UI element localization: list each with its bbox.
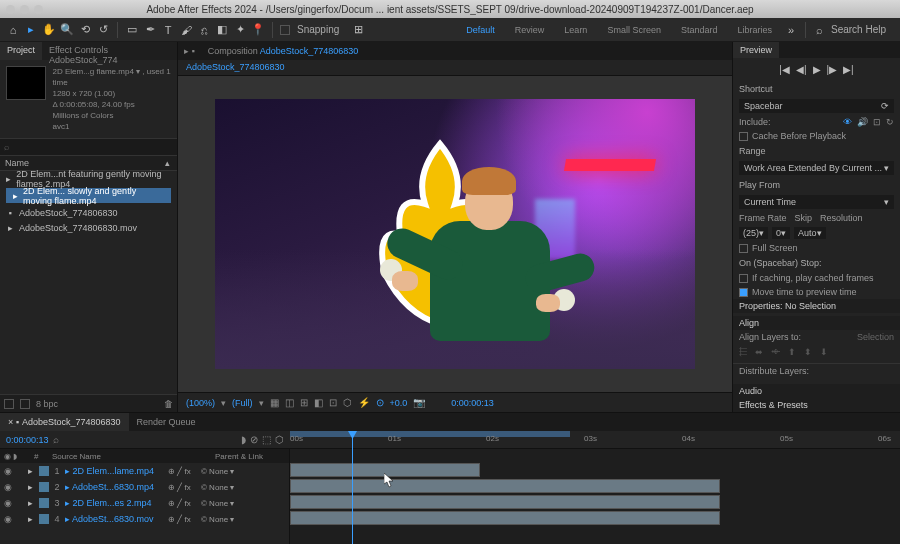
channel-icon[interactable]: ◧: [314, 397, 323, 408]
last-frame-icon[interactable]: ▶|: [843, 64, 854, 75]
workspace-learn[interactable]: Learn: [556, 23, 595, 37]
interpret2-icon[interactable]: [20, 399, 30, 409]
current-time-indicator[interactable]: [352, 431, 353, 544]
layer-row[interactable]: ◉▸4▸ AdobeSt...6830.mov⊕ ╱ fx© None ▾: [0, 511, 289, 527]
align-header[interactable]: Align: [733, 316, 900, 330]
layer-panel-icon[interactable]: ▸ ▪: [178, 44, 201, 58]
type-tool-icon[interactable]: T: [161, 23, 175, 37]
project-item[interactable]: ▸AdobeStock_774806830.mov: [0, 220, 177, 235]
clone-tool-icon[interactable]: ⎌: [197, 23, 211, 37]
workspace-review[interactable]: Review: [507, 23, 553, 37]
eraser-tool-icon[interactable]: ◧: [215, 23, 229, 37]
draft-icon[interactable]: ⚡: [358, 397, 370, 408]
project-search[interactable]: ⌕: [0, 138, 177, 156]
align-top-icon[interactable]: ⬆: [788, 347, 796, 357]
rotate-tool-icon[interactable]: ↺: [96, 23, 110, 37]
video-toggle-icon[interactable]: 👁: [843, 117, 852, 127]
brush-tool-icon[interactable]: 🖌: [179, 23, 193, 37]
close-dot[interactable]: [6, 5, 15, 14]
graph-icon[interactable]: ⬚: [262, 434, 271, 445]
mask-toggle-icon[interactable]: ◫: [285, 397, 294, 408]
timeline-tracks[interactable]: [290, 449, 900, 544]
playfrom-dropdown[interactable]: Current Time▾: [739, 195, 894, 209]
fullscreen-checkbox[interactable]: [739, 244, 748, 253]
align-hcenter-icon[interactable]: ⬌: [755, 347, 763, 357]
min-dot[interactable]: [20, 5, 29, 14]
3dlayer-icon[interactable]: ⬡: [275, 434, 284, 445]
workspace-default[interactable]: Default: [458, 23, 503, 37]
orbit-tool-icon[interactable]: ⟲: [78, 23, 92, 37]
timeline-timecode[interactable]: 0:00:00:13: [6, 435, 49, 445]
workspace-libraries[interactable]: Libraries: [729, 23, 780, 37]
composition-viewer[interactable]: [178, 76, 732, 392]
skip-dropdown[interactable]: 0 ▾: [772, 227, 790, 239]
layer-track-bar[interactable]: [290, 479, 720, 493]
cache-checkbox[interactable]: [739, 132, 748, 141]
shy-icon[interactable]: ◗: [241, 434, 246, 445]
snapshot-icon[interactable]: 📷: [413, 397, 425, 408]
zoom-tool-icon[interactable]: 🔍: [60, 23, 74, 37]
selection-tool-icon[interactable]: ▸: [24, 23, 38, 37]
layer-row[interactable]: ◉▸3▸ 2D Elem...es 2.mp4⊕ ╱ fx© None ▾: [0, 495, 289, 511]
guides-icon[interactable]: ⊞: [300, 397, 308, 408]
transparency-grid-icon[interactable]: ▦: [270, 397, 279, 408]
audio-header[interactable]: Audio: [733, 384, 900, 398]
shortcut-dropdown[interactable]: Spacebar⟳: [739, 99, 894, 113]
puppet-tool-icon[interactable]: 📍: [251, 23, 265, 37]
shape-tool-icon[interactable]: ▭: [125, 23, 139, 37]
opt1-checkbox[interactable]: [739, 274, 748, 283]
interpret-icon[interactable]: [4, 399, 14, 409]
flowchart-bar[interactable]: AdobeStock_774806830: [178, 60, 732, 76]
align-right-icon[interactable]: ⬲: [771, 347, 780, 357]
tab-project[interactable]: Project: [0, 42, 42, 60]
layer-row[interactable]: ◉▸1▸ 2D Elem...lame.mp4⊕ ╱ fx© None ▾: [0, 463, 289, 479]
properties-header[interactable]: Properties: No Selection: [733, 299, 900, 313]
workspace-standard[interactable]: Standard: [673, 23, 726, 37]
snapping-checkbox[interactable]: [280, 25, 290, 35]
3d-icon[interactable]: ⬡: [343, 397, 352, 408]
tab-effect-controls[interactable]: Effect Controls AdobeStock_774: [42, 42, 177, 60]
render-queue-tab[interactable]: Render Queue: [129, 413, 204, 431]
max-dot[interactable]: [34, 5, 43, 14]
bpc-toggle[interactable]: 8 bpc: [36, 399, 58, 409]
layer-track-bar[interactable]: [290, 511, 720, 525]
region-icon[interactable]: ⊡: [329, 397, 337, 408]
trash-icon[interactable]: 🗑: [164, 399, 173, 409]
workspace-small[interactable]: Small Screen: [599, 23, 669, 37]
pen-tool-icon[interactable]: ✒: [143, 23, 157, 37]
search-help[interactable]: Search Help: [831, 24, 886, 35]
search-layers-icon[interactable]: ⌕: [53, 434, 59, 445]
hand-tool-icon[interactable]: ✋: [42, 23, 56, 37]
effects-header[interactable]: Effects & Presets: [733, 398, 900, 412]
first-frame-icon[interactable]: |◀: [779, 64, 790, 75]
magnification-dropdown[interactable]: (100%): [186, 398, 215, 408]
next-frame-icon[interactable]: |▶: [827, 64, 838, 75]
workspace-menu-icon[interactable]: »: [784, 23, 798, 37]
play-icon[interactable]: ▶: [813, 64, 821, 75]
project-item[interactable]: ▸2D Elem... slowly and gently moving fla…: [6, 188, 171, 203]
search-icon[interactable]: ⌕: [813, 23, 827, 37]
opt2-checkbox[interactable]: [739, 288, 748, 297]
layer-track-bar[interactable]: [290, 495, 720, 509]
timeline-tab[interactable]: × ▪ AdobeStock_774806830: [0, 413, 129, 431]
layer-row[interactable]: ◉▸2▸ AdobeSt...6830.mp4⊕ ╱ fx© None ▾: [0, 479, 289, 495]
blur-icon[interactable]: ⊘: [250, 434, 258, 445]
work-area-bar[interactable]: [290, 431, 570, 437]
viewer-timecode[interactable]: 0:00:00:13: [451, 398, 494, 408]
prev-frame-icon[interactable]: ◀|: [796, 64, 807, 75]
project-item[interactable]: ▪AdobeStock_774806830: [0, 205, 177, 220]
roto-tool-icon[interactable]: ✦: [233, 23, 247, 37]
color-mgmt-icon[interactable]: ⊙: [376, 397, 384, 408]
exposure-value[interactable]: +0.0: [390, 398, 408, 408]
tab-preview[interactable]: Preview: [733, 42, 779, 58]
align-bottom-icon[interactable]: ⬇: [820, 347, 828, 357]
loop-icon[interactable]: ↻: [886, 117, 894, 127]
audio-toggle-icon[interactable]: 🔊: [857, 117, 868, 127]
project-item[interactable]: ▸2D Elem...nt featuring gently moving fl…: [0, 171, 177, 186]
home-icon[interactable]: ⌂: [6, 23, 20, 37]
align-vcenter-icon[interactable]: ⬍: [804, 347, 812, 357]
comp-tab[interactable]: Composition AdobeStock_774806830: [201, 43, 366, 59]
range-dropdown[interactable]: Work Area Extended By Current ...▾: [739, 161, 894, 175]
overlay-toggle-icon[interactable]: ⊡: [873, 117, 881, 127]
framerate-dropdown[interactable]: (25) ▾: [739, 227, 768, 239]
